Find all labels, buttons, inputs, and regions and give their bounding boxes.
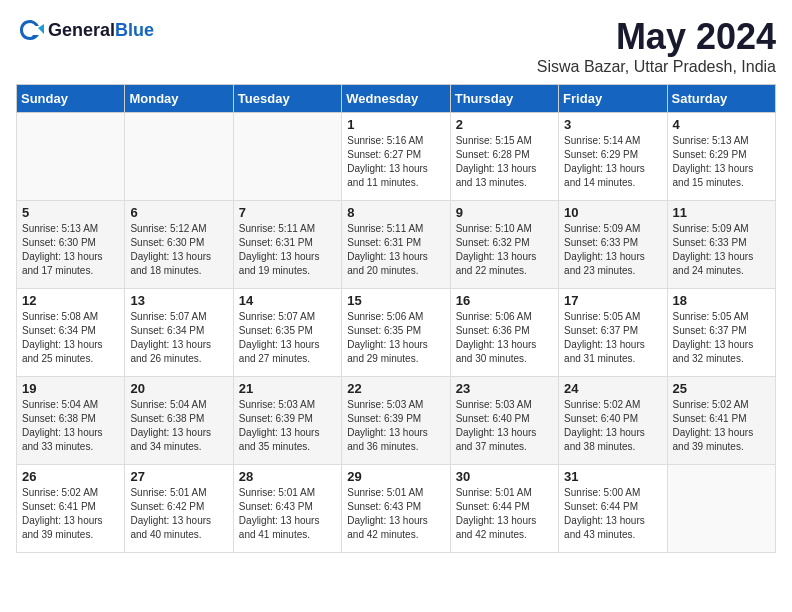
weekday-header-thursday: Thursday <box>450 85 558 113</box>
calendar-cell: 29Sunrise: 5:01 AM Sunset: 6:43 PM Dayli… <box>342 465 450 553</box>
day-number: 28 <box>239 469 336 484</box>
cell-content: Sunrise: 5:04 AM Sunset: 6:38 PM Dayligh… <box>130 398 227 454</box>
calendar-cell: 19Sunrise: 5:04 AM Sunset: 6:38 PM Dayli… <box>17 377 125 465</box>
day-number: 17 <box>564 293 661 308</box>
calendar-week-row: 26Sunrise: 5:02 AM Sunset: 6:41 PM Dayli… <box>17 465 776 553</box>
title-area: May 2024 Siswa Bazar, Uttar Pradesh, Ind… <box>537 16 776 76</box>
logo: GeneralBlue <box>16 16 154 44</box>
weekday-header-sunday: Sunday <box>17 85 125 113</box>
cell-content: Sunrise: 5:09 AM Sunset: 6:33 PM Dayligh… <box>673 222 770 278</box>
calendar-cell: 13Sunrise: 5:07 AM Sunset: 6:34 PM Dayli… <box>125 289 233 377</box>
day-number: 3 <box>564 117 661 132</box>
weekday-header-monday: Monday <box>125 85 233 113</box>
day-number: 22 <box>347 381 444 396</box>
main-title: May 2024 <box>537 16 776 58</box>
day-number: 6 <box>130 205 227 220</box>
cell-content: Sunrise: 5:02 AM Sunset: 6:41 PM Dayligh… <box>22 486 119 542</box>
day-number: 26 <box>22 469 119 484</box>
calendar-cell: 3Sunrise: 5:14 AM Sunset: 6:29 PM Daylig… <box>559 113 667 201</box>
day-number: 31 <box>564 469 661 484</box>
cell-content: Sunrise: 5:07 AM Sunset: 6:35 PM Dayligh… <box>239 310 336 366</box>
cell-content: Sunrise: 5:11 AM Sunset: 6:31 PM Dayligh… <box>239 222 336 278</box>
calendar-cell <box>233 113 341 201</box>
cell-content: Sunrise: 5:04 AM Sunset: 6:38 PM Dayligh… <box>22 398 119 454</box>
cell-content: Sunrise: 5:03 AM Sunset: 6:40 PM Dayligh… <box>456 398 553 454</box>
day-number: 23 <box>456 381 553 396</box>
subtitle: Siswa Bazar, Uttar Pradesh, India <box>537 58 776 76</box>
calendar-cell: 8Sunrise: 5:11 AM Sunset: 6:31 PM Daylig… <box>342 201 450 289</box>
day-number: 21 <box>239 381 336 396</box>
cell-content: Sunrise: 5:02 AM Sunset: 6:40 PM Dayligh… <box>564 398 661 454</box>
logo-text: GeneralBlue <box>48 20 154 41</box>
cell-content: Sunrise: 5:13 AM Sunset: 6:29 PM Dayligh… <box>673 134 770 190</box>
calendar-cell: 26Sunrise: 5:02 AM Sunset: 6:41 PM Dayli… <box>17 465 125 553</box>
cell-content: Sunrise: 5:01 AM Sunset: 6:43 PM Dayligh… <box>347 486 444 542</box>
calendar-cell: 20Sunrise: 5:04 AM Sunset: 6:38 PM Dayli… <box>125 377 233 465</box>
calendar-table: SundayMondayTuesdayWednesdayThursdayFrid… <box>16 84 776 553</box>
cell-content: Sunrise: 5:05 AM Sunset: 6:37 PM Dayligh… <box>673 310 770 366</box>
day-number: 19 <box>22 381 119 396</box>
day-number: 5 <box>22 205 119 220</box>
day-number: 29 <box>347 469 444 484</box>
day-number: 2 <box>456 117 553 132</box>
cell-content: Sunrise: 5:06 AM Sunset: 6:36 PM Dayligh… <box>456 310 553 366</box>
calendar-cell: 30Sunrise: 5:01 AM Sunset: 6:44 PM Dayli… <box>450 465 558 553</box>
day-number: 13 <box>130 293 227 308</box>
calendar-cell <box>17 113 125 201</box>
calendar-cell: 24Sunrise: 5:02 AM Sunset: 6:40 PM Dayli… <box>559 377 667 465</box>
cell-content: Sunrise: 5:05 AM Sunset: 6:37 PM Dayligh… <box>564 310 661 366</box>
cell-content: Sunrise: 5:06 AM Sunset: 6:35 PM Dayligh… <box>347 310 444 366</box>
day-number: 1 <box>347 117 444 132</box>
calendar-cell: 11Sunrise: 5:09 AM Sunset: 6:33 PM Dayli… <box>667 201 775 289</box>
day-number: 20 <box>130 381 227 396</box>
calendar-cell: 25Sunrise: 5:02 AM Sunset: 6:41 PM Dayli… <box>667 377 775 465</box>
cell-content: Sunrise: 5:03 AM Sunset: 6:39 PM Dayligh… <box>347 398 444 454</box>
day-number: 16 <box>456 293 553 308</box>
calendar-week-row: 12Sunrise: 5:08 AM Sunset: 6:34 PM Dayli… <box>17 289 776 377</box>
day-number: 25 <box>673 381 770 396</box>
cell-content: Sunrise: 5:11 AM Sunset: 6:31 PM Dayligh… <box>347 222 444 278</box>
cell-content: Sunrise: 5:00 AM Sunset: 6:44 PM Dayligh… <box>564 486 661 542</box>
calendar-cell: 14Sunrise: 5:07 AM Sunset: 6:35 PM Dayli… <box>233 289 341 377</box>
cell-content: Sunrise: 5:16 AM Sunset: 6:27 PM Dayligh… <box>347 134 444 190</box>
calendar-cell: 2Sunrise: 5:15 AM Sunset: 6:28 PM Daylig… <box>450 113 558 201</box>
calendar-cell <box>667 465 775 553</box>
weekday-header-row: SundayMondayTuesdayWednesdayThursdayFrid… <box>17 85 776 113</box>
cell-content: Sunrise: 5:15 AM Sunset: 6:28 PM Dayligh… <box>456 134 553 190</box>
calendar-cell <box>125 113 233 201</box>
cell-content: Sunrise: 5:09 AM Sunset: 6:33 PM Dayligh… <box>564 222 661 278</box>
calendar-cell: 21Sunrise: 5:03 AM Sunset: 6:39 PM Dayli… <box>233 377 341 465</box>
calendar-cell: 16Sunrise: 5:06 AM Sunset: 6:36 PM Dayli… <box>450 289 558 377</box>
weekday-header-wednesday: Wednesday <box>342 85 450 113</box>
day-number: 30 <box>456 469 553 484</box>
day-number: 24 <box>564 381 661 396</box>
logo-blue: Blue <box>115 20 154 40</box>
cell-content: Sunrise: 5:12 AM Sunset: 6:30 PM Dayligh… <box>130 222 227 278</box>
logo-general: General <box>48 20 115 40</box>
calendar-cell: 10Sunrise: 5:09 AM Sunset: 6:33 PM Dayli… <box>559 201 667 289</box>
calendar-cell: 5Sunrise: 5:13 AM Sunset: 6:30 PM Daylig… <box>17 201 125 289</box>
calendar-cell: 22Sunrise: 5:03 AM Sunset: 6:39 PM Dayli… <box>342 377 450 465</box>
day-number: 7 <box>239 205 336 220</box>
day-number: 15 <box>347 293 444 308</box>
calendar-cell: 6Sunrise: 5:12 AM Sunset: 6:30 PM Daylig… <box>125 201 233 289</box>
calendar-week-row: 1Sunrise: 5:16 AM Sunset: 6:27 PM Daylig… <box>17 113 776 201</box>
cell-content: Sunrise: 5:10 AM Sunset: 6:32 PM Dayligh… <box>456 222 553 278</box>
calendar-cell: 28Sunrise: 5:01 AM Sunset: 6:43 PM Dayli… <box>233 465 341 553</box>
day-number: 27 <box>130 469 227 484</box>
day-number: 4 <box>673 117 770 132</box>
calendar-cell: 27Sunrise: 5:01 AM Sunset: 6:42 PM Dayli… <box>125 465 233 553</box>
day-number: 9 <box>456 205 553 220</box>
cell-content: Sunrise: 5:08 AM Sunset: 6:34 PM Dayligh… <box>22 310 119 366</box>
cell-content: Sunrise: 5:01 AM Sunset: 6:43 PM Dayligh… <box>239 486 336 542</box>
calendar-cell: 4Sunrise: 5:13 AM Sunset: 6:29 PM Daylig… <box>667 113 775 201</box>
cell-content: Sunrise: 5:02 AM Sunset: 6:41 PM Dayligh… <box>673 398 770 454</box>
calendar-cell: 9Sunrise: 5:10 AM Sunset: 6:32 PM Daylig… <box>450 201 558 289</box>
calendar-week-row: 5Sunrise: 5:13 AM Sunset: 6:30 PM Daylig… <box>17 201 776 289</box>
calendar-cell: 15Sunrise: 5:06 AM Sunset: 6:35 PM Dayli… <box>342 289 450 377</box>
cell-content: Sunrise: 5:03 AM Sunset: 6:39 PM Dayligh… <box>239 398 336 454</box>
calendar-cell: 18Sunrise: 5:05 AM Sunset: 6:37 PM Dayli… <box>667 289 775 377</box>
calendar-cell: 17Sunrise: 5:05 AM Sunset: 6:37 PM Dayli… <box>559 289 667 377</box>
weekday-header-friday: Friday <box>559 85 667 113</box>
day-number: 11 <box>673 205 770 220</box>
